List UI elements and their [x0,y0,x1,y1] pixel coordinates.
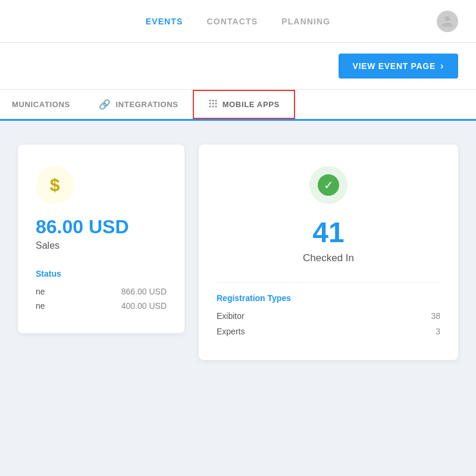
reg-row-experts: Experts 3 [217,327,440,336]
svg-point-5 [215,102,217,104]
amount-value: 6.00 USD [46,216,129,237]
sales-label: Sales [36,240,167,251]
registration-types-title: Registration Types [217,293,440,303]
divider [217,282,440,283]
sales-amount: 86.00 USD [36,216,167,238]
dollar-icon: $ [50,175,60,195]
view-event-bar: VIEW EVENT PAGE › [0,43,476,90]
reg-label-exibitor: Exibitor [217,311,245,321]
checked-in-card: ✓ 41 Checked In Registration Types Exibi… [199,145,458,360]
svg-point-6 [209,105,211,107]
nav-links: EVENTS CONTACTS PLANNING [146,17,331,26]
status-row-2-label: ne [36,301,45,311]
view-event-button[interactable]: VIEW EVENT PAGE › [339,54,458,79]
nav-events[interactable]: EVENTS [146,17,183,26]
reg-row-exibitor: Exibitor 38 [217,311,440,321]
status-row-1-label: ne [36,287,45,296]
avatar[interactable] [437,11,458,32]
dollar-icon-circle: $ [36,166,74,204]
svg-point-3 [209,102,211,104]
reg-label-experts: Experts [217,327,245,336]
amount-prefix: 8 [36,216,46,237]
checkmark-icon-circle: ✓ [309,166,347,204]
svg-point-7 [212,105,214,107]
tab-communications-label: MUNICATIONS [12,100,70,109]
nav-planning[interactable]: PLANNING [281,17,330,26]
svg-point-2 [215,99,217,101]
status-row-2-value: 400.00 USD [121,301,167,311]
tab-mobile-apps[interactable]: MOBILE APPS [193,90,295,119]
svg-point-8 [215,105,217,107]
secondary-navigation: MUNICATIONS 🔗 INTEGRATIONS MOBILE APPS [0,90,476,121]
grid-icon [208,99,218,111]
view-event-label: VIEW EVENT PAGE [353,61,436,71]
tab-mobile-apps-label: MOBILE APPS [223,100,280,109]
svg-point-0 [209,99,211,101]
checked-in-label: Checked In [217,252,440,264]
sales-card: $ 86.00 USD Sales Status ne 866.00 USD n… [18,145,184,333]
checkmark-icon: ✓ [318,174,339,196]
svg-point-4 [212,102,214,104]
person-icon [441,15,454,28]
status-row-1: ne 866.00 USD [36,287,167,296]
nav-contacts[interactable]: CONTACTS [206,17,258,26]
reg-value-exibitor: 38 [431,311,440,321]
arrow-icon: › [440,61,444,71]
svg-point-1 [212,99,214,101]
status-row-2: ne 400.00 USD [36,301,167,311]
reg-value-experts: 3 [436,327,440,336]
status-title: Status [36,269,167,278]
tab-communications[interactable]: MUNICATIONS [12,90,84,119]
checked-in-number: 41 [217,216,440,249]
link-icon: 🔗 [99,99,111,110]
status-row-1-value: 866.00 USD [121,287,167,296]
top-navigation: EVENTS CONTACTS PLANNING [0,0,476,43]
content-area: $ 86.00 USD Sales Status ne 866.00 USD n… [0,121,476,476]
tab-integrations[interactable]: 🔗 INTEGRATIONS [84,90,193,119]
tab-integrations-label: INTEGRATIONS [116,100,178,109]
